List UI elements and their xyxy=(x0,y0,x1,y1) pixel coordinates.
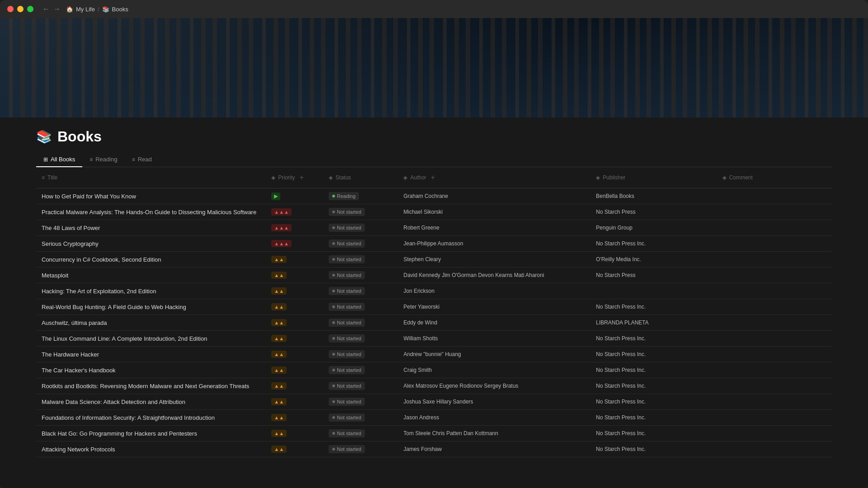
book-title[interactable]: Rootkits and Bootkits: Reversing Modern … xyxy=(36,378,266,394)
book-priority[interactable]: ▲▲ xyxy=(266,378,323,394)
book-comment[interactable] xyxy=(717,299,832,315)
book-comment[interactable] xyxy=(717,410,832,426)
book-status[interactable]: Not started xyxy=(323,204,398,220)
table-row[interactable]: How to Get Paid for What You Know ▶ Read… xyxy=(36,188,832,204)
book-title[interactable]: Metasploit xyxy=(36,267,266,283)
book-status[interactable]: Not started xyxy=(323,410,398,426)
book-comment[interactable] xyxy=(717,394,832,410)
book-comment[interactable] xyxy=(717,362,832,378)
book-priority[interactable]: ▲▲ xyxy=(266,315,323,331)
book-priority[interactable]: ▲▲ xyxy=(266,410,323,426)
table-row[interactable]: Serious Cryptography ▲▲▲ Not started Jea… xyxy=(36,236,832,252)
book-priority[interactable]: ▲▲ xyxy=(266,394,323,410)
book-priority[interactable]: ▲▲ xyxy=(266,267,323,283)
table-row[interactable]: Hacking: The Art of Exploitation, 2nd Ed… xyxy=(36,283,832,299)
book-title[interactable]: How to Get Paid for What You Know xyxy=(36,188,266,204)
book-priority[interactable]: ▶ xyxy=(266,188,323,204)
book-status[interactable]: Not started xyxy=(323,220,398,236)
book-comment[interactable] xyxy=(717,252,832,267)
book-priority[interactable]: ▲▲ xyxy=(266,252,323,267)
book-comment[interactable] xyxy=(717,220,832,236)
book-comment[interactable] xyxy=(717,331,832,347)
book-priority[interactable]: ▲▲ xyxy=(266,426,323,441)
tab-read[interactable]: ≡ Read xyxy=(125,152,159,167)
book-title[interactable]: Foundations of Information Security: A S… xyxy=(36,410,266,426)
table-row[interactable]: The Hardware Hacker ▲▲ Not started Andre… xyxy=(36,347,832,362)
book-title[interactable]: Malware Data Science: Attack Detection a… xyxy=(36,394,266,410)
book-status[interactable]: Not started xyxy=(323,394,398,410)
page-emoji: 📚 xyxy=(36,131,52,143)
book-status[interactable]: Not started xyxy=(323,236,398,252)
book-priority[interactable]: ▲▲ xyxy=(266,331,323,347)
table-row[interactable]: The Linux Command Line: A Complete Intro… xyxy=(36,331,832,347)
book-title[interactable]: The 48 Laws of Power xyxy=(36,220,266,236)
book-priority[interactable]: ▲▲ xyxy=(266,362,323,378)
table-row[interactable]: Foundations of Information Security: A S… xyxy=(36,410,832,426)
add-priority-button[interactable]: + xyxy=(298,172,306,183)
forward-button[interactable]: → xyxy=(53,5,61,13)
book-title[interactable]: Hacking: The Art of Exploitation, 2nd Ed… xyxy=(36,283,266,299)
book-title[interactable]: Practical Malware Analysis: The Hands-On… xyxy=(36,204,266,220)
tab-reading[interactable]: ≡ Reading xyxy=(82,152,124,167)
book-priority[interactable]: ▲▲ xyxy=(266,441,323,457)
book-status[interactable]: Not started xyxy=(323,331,398,347)
book-status[interactable]: Not started xyxy=(323,267,398,283)
book-status[interactable]: Not started xyxy=(323,378,398,394)
breadcrumb-current[interactable]: Books xyxy=(112,6,128,13)
table-row[interactable]: Rootkits and Bootkits: Reversing Modern … xyxy=(36,378,832,394)
book-status[interactable]: Not started xyxy=(323,252,398,267)
book-priority[interactable]: ▲▲▲ xyxy=(266,236,323,252)
status-badge: Not started xyxy=(329,255,365,263)
book-title[interactable]: Concurrency in C# Cookbook, Second Editi… xyxy=(36,252,266,267)
book-comment[interactable] xyxy=(717,204,832,220)
table-row[interactable]: The 48 Laws of Power ▲▲▲ Not started Rob… xyxy=(36,220,832,236)
book-title[interactable]: Attacking Network Protocols xyxy=(36,441,266,457)
close-button[interactable] xyxy=(7,6,14,12)
breadcrumb-home[interactable]: My Life xyxy=(76,6,95,13)
book-priority[interactable]: ▲▲ xyxy=(266,347,323,362)
maximize-button[interactable] xyxy=(27,6,33,12)
table-row[interactable]: Black Hat Go: Go Programming for Hackers… xyxy=(36,426,832,441)
book-status[interactable]: Not started xyxy=(323,426,398,441)
book-title[interactable]: Black Hat Go: Go Programming for Hackers… xyxy=(36,426,266,441)
book-comment[interactable] xyxy=(717,347,832,362)
table-row[interactable]: Practical Malware Analysis: The Hands-On… xyxy=(36,204,832,220)
book-status[interactable]: Not started xyxy=(323,315,398,331)
book-title[interactable]: Serious Cryptography xyxy=(36,236,266,252)
book-comment[interactable] xyxy=(717,283,832,299)
book-status[interactable]: Reading xyxy=(323,188,398,204)
tab-all-books[interactable]: ⊞ All Books xyxy=(36,152,82,167)
book-status[interactable]: Not started xyxy=(323,299,398,315)
book-comment[interactable] xyxy=(717,426,832,441)
priority-badge: ▲▲ xyxy=(271,319,287,326)
book-comment[interactable] xyxy=(717,236,832,252)
table-row[interactable]: Attacking Network Protocols ▲▲ Not start… xyxy=(36,441,832,457)
book-priority[interactable]: ▲▲ xyxy=(266,283,323,299)
book-comment[interactable] xyxy=(717,267,832,283)
book-comment[interactable] xyxy=(717,315,832,331)
table-row[interactable]: Metasploit ▲▲ Not started David Kennedy … xyxy=(36,267,832,283)
book-status[interactable]: Not started xyxy=(323,283,398,299)
book-title[interactable]: The Car Hacker's Handbook xyxy=(36,362,266,378)
book-priority[interactable]: ▲▲ xyxy=(266,299,323,315)
book-priority[interactable]: ▲▲▲ xyxy=(266,220,323,236)
table-row[interactable]: Real-World Bug Hunting: A Field Guide to… xyxy=(36,299,832,315)
book-status[interactable]: Not started xyxy=(323,441,398,457)
book-status[interactable]: Not started xyxy=(323,347,398,362)
minimize-button[interactable] xyxy=(17,6,24,12)
book-comment[interactable] xyxy=(717,441,832,457)
book-status[interactable]: Not started xyxy=(323,362,398,378)
book-comment[interactable] xyxy=(717,188,832,204)
book-title[interactable]: Real-World Bug Hunting: A Field Guide to… xyxy=(36,299,266,315)
table-row[interactable]: The Car Hacker's Handbook ▲▲ Not started… xyxy=(36,362,832,378)
back-button[interactable]: ← xyxy=(42,5,50,13)
book-title[interactable]: The Linux Command Line: A Complete Intro… xyxy=(36,331,266,347)
book-title[interactable]: Auschwitz, última parada xyxy=(36,315,266,331)
table-row[interactable]: Malware Data Science: Attack Detection a… xyxy=(36,394,832,410)
table-row[interactable]: Concurrency in C# Cookbook, Second Editi… xyxy=(36,252,832,267)
table-row[interactable]: Auschwitz, última parada ▲▲ Not started … xyxy=(36,315,832,331)
add-author-button[interactable]: + xyxy=(429,172,437,183)
book-title[interactable]: The Hardware Hacker xyxy=(36,347,266,362)
book-comment[interactable] xyxy=(717,378,832,394)
book-priority[interactable]: ▲▲▲ xyxy=(266,204,323,220)
